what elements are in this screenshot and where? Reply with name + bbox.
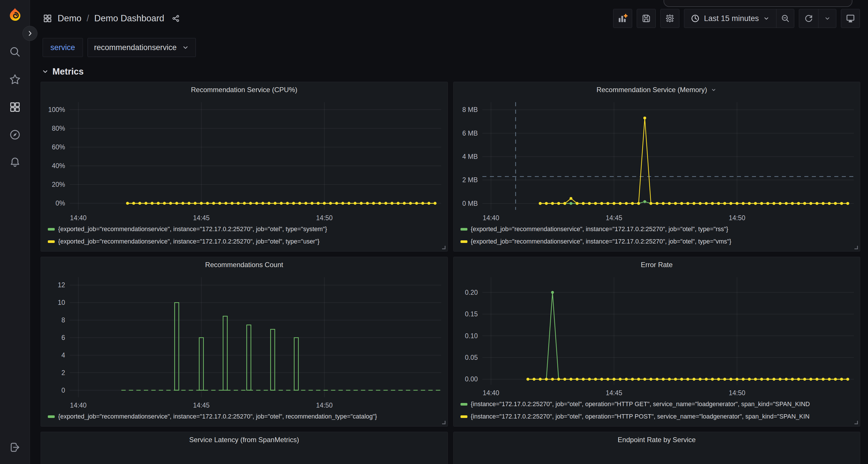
legend-label: {instance="172.17.0.2:25270", job="otel"…	[471, 413, 810, 420]
save-dashboard-button[interactable]	[637, 9, 656, 28]
panel-title[interactable]: Error Rate	[454, 257, 860, 273]
breadcrumb-page: Demo Dashboard	[94, 13, 164, 24]
refresh-interval-dropdown[interactable]	[818, 9, 836, 28]
dashboard-grid-icon	[42, 13, 53, 23]
panel-menu-chevron-icon[interactable]	[710, 87, 717, 93]
svg-text:4: 4	[61, 352, 65, 359]
sidebar-item-search[interactable]	[7, 44, 23, 60]
legend-label: {exported_job="recommendationservice", i…	[471, 238, 732, 245]
svg-text:14:45: 14:45	[606, 389, 622, 397]
save-icon	[641, 13, 651, 23]
zoom-out-icon	[781, 14, 790, 23]
svg-text:20%: 20%	[52, 181, 65, 188]
panel-title-text: Recommendations Count	[205, 261, 283, 269]
panel-title[interactable]: Recommendations Count	[41, 257, 447, 273]
sidebar-item-sign-out[interactable]	[7, 439, 23, 455]
add-panel-button[interactable]	[613, 9, 632, 28]
cpu-legend: {exported_job="recommendationservice", i…	[41, 223, 447, 251]
sidebar-item-alerting[interactable]	[7, 154, 23, 170]
svg-text:0%: 0%	[56, 199, 65, 207]
legend-label: {exported_job="recommendationservice", i…	[58, 238, 319, 245]
sidebar-item-explore[interactable]	[7, 127, 23, 143]
panel-grid: Recommendation Service (CPU%) 0%20%40%60…	[30, 82, 868, 464]
time-range-picker[interactable]: Last 15 minutes	[684, 9, 776, 28]
svg-text:14:40: 14:40	[483, 389, 499, 397]
svg-text:14:45: 14:45	[193, 214, 210, 222]
memory-chart[interactable]: 0 MB2 MB4 MB6 MB8 MB14:4014:4514:50	[457, 98, 857, 223]
legend-item[interactable]: {exported_job="recommendationservice", i…	[48, 223, 445, 235]
legend-swatch-icon	[461, 228, 467, 231]
panel-resize-handle[interactable]	[442, 246, 445, 249]
legend-swatch-icon	[461, 416, 467, 418]
legend-swatch-icon	[461, 240, 467, 243]
share-icon[interactable]	[172, 14, 180, 23]
panel-service-latency: Service Latency (from SpanMetrics)	[41, 432, 448, 464]
svg-text:0.20: 0.20	[465, 289, 478, 296]
variable-value: recommendationservice	[94, 43, 177, 52]
panel-endpoint-rate: Endpoint Rate by Service	[453, 432, 861, 464]
svg-text:14:50: 14:50	[316, 214, 333, 222]
refresh-button[interactable]	[799, 9, 818, 28]
breadcrumb-section[interactable]: Demo	[58, 13, 82, 24]
metrics-section-header[interactable]: Metrics	[30, 57, 868, 77]
legend-item[interactable]: {exported_job="recommendationservice", i…	[48, 410, 445, 423]
variable-value-dropdown[interactable]: recommendationservice	[88, 38, 196, 57]
legend-item[interactable]: {exported_job="recommendationservice", i…	[461, 223, 857, 235]
chevron-right-icon	[26, 30, 34, 37]
sidebar-item-starred[interactable]	[7, 71, 23, 88]
svg-text:8: 8	[61, 316, 65, 324]
svg-text:14:50: 14:50	[316, 401, 333, 409]
svg-text:14:40: 14:40	[70, 401, 87, 409]
error-rate-chart[interactable]: 0.000.050.100.150.2014:4014:4514:50	[457, 273, 857, 398]
sidebar-item-dashboards[interactable]	[7, 99, 23, 115]
legend-item[interactable]: {instance="172.17.0.2:25270", job="otel"…	[461, 398, 857, 410]
panel-recommendations-count: Recommendations Count 02468101214:4014:4…	[41, 257, 448, 427]
legend-label: {instance="172.17.0.2:25270", job="otel"…	[471, 401, 810, 408]
cpu-chart[interactable]: 0%20%40%60%80%100%14:4014:4514:50	[44, 98, 444, 223]
panel-title-text: Recommendation Service (CPU%)	[191, 86, 297, 94]
time-picker-group: Last 15 minutes	[684, 9, 794, 28]
panel-title[interactable]: Endpoint Rate by Service	[454, 432, 860, 448]
variables-row: service recommendationservice	[30, 37, 868, 57]
dashboard-settings-button[interactable]	[660, 9, 679, 28]
variable-label[interactable]: service	[43, 43, 83, 52]
svg-text:0.10: 0.10	[465, 332, 478, 340]
legend-item[interactable]: {instance="172.17.0.2:25270", job="otel"…	[461, 410, 857, 423]
svg-text:14:40: 14:40	[70, 214, 87, 222]
svg-text:6 MB: 6 MB	[462, 130, 478, 137]
panel-title[interactable]: Recommendation Service (CPU%)	[41, 82, 447, 98]
panel-resize-handle[interactable]	[855, 421, 858, 424]
panel-title[interactable]: Service Latency (from SpanMetrics)	[41, 432, 447, 448]
svg-text:60%: 60%	[52, 143, 65, 151]
legend-swatch-icon	[461, 403, 467, 405]
panel-resize-handle[interactable]	[855, 246, 858, 249]
recommendations-count-chart[interactable]: 02468101214:4014:4514:50	[44, 273, 444, 410]
panel-title-text: Recommendation Service (Memory)	[596, 86, 707, 94]
grafana-logo[interactable]	[7, 7, 23, 24]
time-zoom-out-button[interactable]	[776, 9, 794, 28]
svg-text:0.05: 0.05	[465, 354, 478, 361]
svg-text:6: 6	[61, 334, 65, 341]
recommendations-count-legend: {exported_job="recommendationservice", i…	[41, 410, 447, 426]
legend-item[interactable]: {exported_job="recommendationservice", i…	[461, 235, 857, 248]
svg-text:0: 0	[61, 387, 65, 394]
legend-item[interactable]: {exported_job="recommendationservice", i…	[48, 235, 445, 248]
gear-icon	[665, 13, 675, 23]
svg-text:14:50: 14:50	[728, 389, 745, 397]
legend-label: {exported_job="recommendationservice", i…	[471, 226, 728, 233]
breadcrumb-separator: /	[87, 13, 89, 24]
error-rate-legend: {instance="172.17.0.2:25270", job="otel"…	[454, 398, 860, 426]
panel-title[interactable]: Recommendation Service (Memory)	[454, 82, 860, 98]
chevron-down-icon	[763, 15, 770, 22]
panel-resize-handle[interactable]	[442, 421, 445, 424]
svg-text:2: 2	[61, 369, 65, 376]
kiosk-mode-button[interactable]	[841, 9, 860, 28]
time-range-label: Last 15 minutes	[704, 14, 759, 23]
memory-legend: {exported_job="recommendationservice", i…	[454, 223, 860, 251]
svg-text:10: 10	[58, 299, 65, 306]
legend-swatch-icon	[48, 416, 55, 418]
refresh-icon	[804, 14, 813, 23]
sidebar-expand-button[interactable]	[23, 26, 37, 41]
svg-text:0 MB: 0 MB	[462, 200, 478, 207]
chevron-down-icon	[41, 68, 49, 75]
